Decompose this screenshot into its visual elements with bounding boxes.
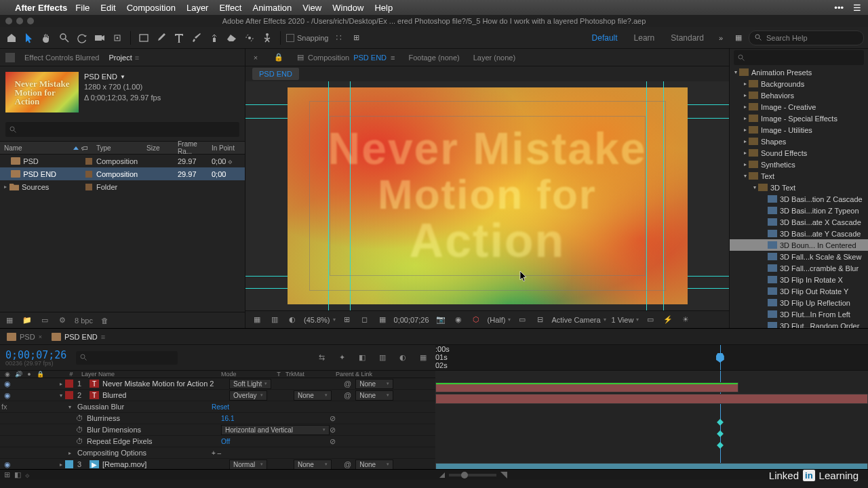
menu-file[interactable]: File bbox=[75, 3, 90, 13]
camera-dropdown[interactable]: Active Camera▾ bbox=[551, 316, 606, 324]
preset-tree-item[interactable]: ▸Image - Creative bbox=[730, 101, 868, 113]
preset-tree-item[interactable]: 3D Flip Up Reflection bbox=[730, 297, 868, 308]
menubar-extras-icon[interactable]: ••• bbox=[834, 3, 844, 13]
preset-tree-item[interactable]: 3D Boun... In Centered bbox=[730, 239, 868, 251]
views-dropdown[interactable]: 1 View▾ bbox=[612, 316, 639, 324]
preset-tree-item[interactable]: 3D Basi...ate Y Cascade bbox=[730, 228, 868, 239]
workspace-more-icon[interactable]: » bbox=[713, 30, 728, 45]
preset-tree-item[interactable]: ▸Behaviors bbox=[730, 89, 868, 101]
mac-menubar[interactable]: After Effects File Edit Composition Laye… bbox=[0, 0, 868, 15]
roto-tool-icon[interactable] bbox=[242, 30, 257, 45]
preset-tree-item[interactable]: ▸Image - Utilities bbox=[730, 124, 868, 136]
fast-draft-icon[interactable]: ⚡ bbox=[662, 314, 674, 326]
menu-view[interactable]: View bbox=[302, 3, 321, 13]
snap-opt1-icon[interactable]: ⸬ bbox=[332, 30, 347, 45]
rectangle-tool-icon[interactable] bbox=[136, 30, 151, 45]
preset-tree-item[interactable]: 3D Flut...Random Order bbox=[730, 320, 868, 328]
keyframe-icon[interactable] bbox=[717, 430, 724, 437]
toggle-switches-icon[interactable]: ⊞ bbox=[4, 470, 10, 479]
roi-icon[interactable]: ◻ bbox=[359, 314, 371, 326]
preset-tree-item[interactable]: 3D Basi...ate X Cascade bbox=[730, 216, 868, 228]
zoom-in-icon[interactable] bbox=[500, 472, 507, 479]
viewer-lock-icon[interactable]: 🔒 bbox=[274, 53, 283, 62]
menu-layer[interactable]: Layer bbox=[186, 3, 209, 13]
preset-tree-item[interactable]: ▾Animation Presets bbox=[730, 66, 868, 78]
orbit-tool-icon[interactable] bbox=[75, 30, 90, 45]
time-ruler[interactable]: :00s01s02s03s04s05s06s07s08s09s10s11s12s bbox=[435, 345, 868, 370]
menu-edit[interactable]: Edit bbox=[100, 3, 115, 13]
property-row[interactable]: ⏱Blur DimensionsHorizontal and Vertical▾… bbox=[0, 424, 435, 436]
type-tool-icon[interactable] bbox=[172, 30, 186, 45]
project-settings-icon[interactable]: ⚙ bbox=[57, 315, 68, 326]
show-snapshot-icon[interactable]: ◉ bbox=[452, 314, 465, 326]
always-preview-icon[interactable]: ▦ bbox=[251, 314, 263, 326]
mode-dropdown[interactable]: None▾ bbox=[355, 390, 393, 401]
project-columns[interactable]: Name 🏷 Type Size Frame Ra... In Point bbox=[0, 141, 245, 155]
preset-tree-item[interactable]: ▸Shapes bbox=[730, 136, 868, 147]
window-traffic-lights[interactable] bbox=[5, 18, 34, 24]
stopwatch-icon[interactable]: ⏱ bbox=[75, 426, 84, 434]
preset-tree-item[interactable]: 3D Basi...ition Z Typeon bbox=[730, 205, 868, 216]
label-color-icon[interactable] bbox=[65, 391, 73, 399]
toggle-in-out-icon[interactable]: ⟐ bbox=[25, 471, 30, 479]
new-folder-icon[interactable]: 📁 bbox=[22, 315, 33, 326]
comp-breadcrumb[interactable]: PSD END bbox=[252, 68, 299, 80]
timeline-columns[interactable]: ◉🔊●🔒 # Layer Name Mode T TrkMat Parent &… bbox=[0, 371, 435, 378]
compositing-options[interactable]: ▸Compositing Options+ – bbox=[0, 447, 435, 459]
composition-canvas[interactable]: Never Mistake Motion for Action bbox=[288, 87, 688, 304]
pickwhip-icon[interactable]: @ bbox=[344, 460, 351, 468]
composition-viewport[interactable]: Never Mistake Motion for Action bbox=[245, 81, 729, 310]
link-icon[interactable]: ⊘ bbox=[330, 414, 343, 423]
brush-tool-icon[interactable] bbox=[189, 30, 204, 45]
effect-row[interactable]: fx▾Gaussian BlurReset bbox=[0, 401, 435, 413]
shy-toggle-icon[interactable]: ◧ bbox=[355, 351, 369, 365]
label-color-icon[interactable] bbox=[85, 171, 92, 178]
visibility-toggle-icon[interactable]: ◉ bbox=[3, 380, 12, 388]
preset-tree-item[interactable]: 3D Flip Out Rotate Y bbox=[730, 285, 868, 297]
tab-composition[interactable]: ▤ Composition PSD END ≡ bbox=[297, 53, 395, 62]
pickwhip-icon[interactable]: @ bbox=[344, 380, 351, 388]
layer-duration-bar[interactable] bbox=[435, 394, 868, 404]
selection-tool-icon[interactable] bbox=[22, 30, 37, 45]
layer-duration-bar[interactable] bbox=[435, 463, 868, 469]
preset-tree-item[interactable]: 3D Flip In Rotate X bbox=[730, 274, 868, 285]
exposure-icon[interactable]: ☀ bbox=[679, 314, 692, 326]
menu-effect[interactable]: Effect bbox=[219, 3, 241, 13]
viewer-close-icon[interactable]: × bbox=[251, 53, 260, 62]
mask-visibility-icon[interactable]: ◐ bbox=[286, 314, 298, 326]
current-timecode[interactable]: 0;00;07;26 bbox=[5, 349, 66, 361]
mode-dropdown[interactable]: Overlay▾ bbox=[229, 390, 267, 401]
graph-editor-icon[interactable]: ▦ bbox=[416, 351, 430, 365]
preset-tree-item[interactable]: ▸Image - Special Effects bbox=[730, 113, 868, 124]
project-item[interactable]: PSD ENDComposition29.970;00 bbox=[0, 167, 245, 180]
help-search[interactable]: Search Help bbox=[749, 30, 864, 45]
fast-previews-icon[interactable]: ▭ bbox=[516, 314, 528, 326]
mode-dropdown[interactable]: None▾ bbox=[294, 460, 332, 470]
workspace-options-icon[interactable]: ▦ bbox=[731, 30, 746, 45]
home-tool-icon[interactable] bbox=[4, 30, 19, 45]
frame-blend-icon[interactable]: ▥ bbox=[376, 351, 389, 365]
preset-tree-item[interactable]: ▾Text bbox=[730, 170, 868, 182]
label-color-icon[interactable] bbox=[85, 184, 92, 190]
clone-tool-icon[interactable] bbox=[207, 30, 222, 45]
mode-dropdown[interactable]: None▾ bbox=[355, 379, 393, 389]
snap-opt2-icon[interactable]: ⊞ bbox=[349, 30, 364, 45]
pen-tool-icon[interactable] bbox=[154, 30, 169, 45]
motion-blur-icon[interactable]: ◐ bbox=[396, 351, 410, 365]
menu-composition[interactable]: Composition bbox=[127, 3, 176, 13]
link-icon[interactable]: ⊘ bbox=[330, 437, 343, 446]
toggle-modes-icon[interactable]: ◧ bbox=[14, 470, 21, 479]
layer-duration-bar[interactable] bbox=[435, 382, 738, 392]
project-search[interactable] bbox=[5, 122, 239, 137]
puppet-tool-icon[interactable] bbox=[260, 30, 275, 45]
timeline-icon[interactable]: ⊟ bbox=[534, 314, 546, 326]
pixel-aspect-icon[interactable]: ▭ bbox=[644, 314, 656, 326]
mode-dropdown[interactable]: Horizontal and Vertical▾ bbox=[221, 425, 330, 435]
new-comp-icon[interactable]: ▭ bbox=[39, 315, 50, 326]
property-row[interactable]: ⏱Blurriness16.1⊘ bbox=[0, 413, 435, 424]
mode-dropdown[interactable]: Soft Light▾ bbox=[229, 379, 271, 389]
bpc-indicator[interactable]: 8 bpc bbox=[75, 317, 93, 325]
preset-tree-item[interactable]: 3D Basi...tion Z Cascade bbox=[730, 193, 868, 205]
mode-dropdown[interactable]: None▾ bbox=[355, 460, 393, 470]
menu-animation[interactable]: Animation bbox=[252, 3, 292, 13]
